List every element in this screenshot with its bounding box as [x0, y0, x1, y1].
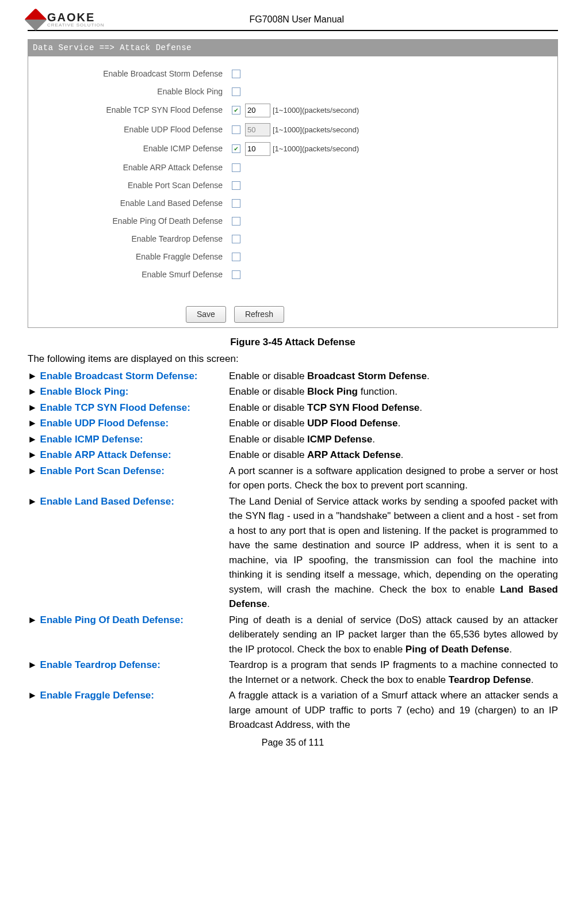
- definition-row: ► Enable Ping Of Death Defense:Ping of d…: [28, 613, 558, 657]
- form-label: Enable Block Ping: [36, 86, 232, 98]
- form-label: Enable ICMP Defense: [36, 143, 232, 155]
- value-input[interactable]: 20: [245, 104, 270, 117]
- checkbox[interactable]: [232, 199, 240, 208]
- checkbox[interactable]: [232, 70, 240, 78]
- form-label: Enable UDP Flood Defense: [36, 124, 232, 136]
- triangle-right-icon: ►: [28, 465, 40, 476]
- triangle-right-icon: ►: [28, 449, 40, 460]
- definition-row: ► Enable Land Based Defense:The Land Den…: [28, 494, 558, 612]
- logo-text-sub: CREATIVE SOLUTION: [47, 23, 105, 28]
- definition-term: ► Enable Block Ping:: [28, 384, 229, 399]
- definition-row: ► Enable ICMP Defense:Enable or disable …: [28, 432, 558, 447]
- definition-row: ► Enable Port Scan Defense:A port scanne…: [28, 464, 558, 493]
- intro-text: The following items are displayed on thi…: [28, 352, 558, 366]
- definition-row: ► Enable ARP Attack Defense:Enable or di…: [28, 448, 558, 463]
- definition-term: ► Enable Ping Of Death Defense:: [28, 613, 229, 657]
- config-screenshot: Data Service ==> Attack Defense Enable B…: [28, 39, 558, 328]
- definition-row: ► Enable Block Ping:Enable or disable Bl…: [28, 384, 558, 399]
- checkbox[interactable]: [232, 253, 240, 261]
- checkbox[interactable]: [232, 217, 240, 226]
- form-label: Enable Smurf Defense: [36, 269, 232, 281]
- checkbox[interactable]: [232, 106, 240, 114]
- checkbox[interactable]: [232, 235, 240, 243]
- form-label: Enable Ping Of Death Defense: [36, 215, 232, 227]
- definition-term: ► Enable Port Scan Defense:: [28, 464, 229, 493]
- definition-term: ► Enable Land Based Defense:: [28, 494, 229, 612]
- range-hint: [1~1000](packets/second): [273, 105, 359, 116]
- definition-desc: Enable or disable ICMP Defense.: [229, 432, 558, 447]
- triangle-right-icon: ►: [28, 386, 40, 397]
- form-label: Enable Fraggle Defense: [36, 251, 232, 263]
- form-label: Enable TCP SYN Flood Defense: [36, 104, 232, 116]
- triangle-right-icon: ►: [28, 690, 40, 701]
- definition-desc: Ping of death is a denial of service (Do…: [229, 613, 558, 657]
- form-row: Enable Fraggle Defense: [36, 251, 549, 263]
- form-row: Enable Broadcast Storm Defense: [36, 68, 549, 80]
- logo-text-main: GAOKE: [47, 12, 105, 23]
- doc-title: FG7008N User Manual: [250, 13, 345, 26]
- refresh-button[interactable]: Refresh: [234, 306, 284, 323]
- form-row: Enable ARP Attack Defense: [36, 162, 549, 174]
- form-row: Enable UDP Flood Defense50[1~1000](packe…: [36, 123, 549, 137]
- definition-term: ► Enable ARP Attack Defense:: [28, 448, 229, 463]
- checkbox[interactable]: [232, 181, 240, 190]
- checkbox[interactable]: [232, 125, 240, 134]
- triangle-right-icon: ►: [28, 659, 40, 670]
- definition-desc: Enable or disable ARP Attack Defense.: [229, 448, 558, 463]
- breadcrumb: Data Service ==> Attack Defense: [28, 40, 557, 56]
- definition-row: ► Enable Teardrop Defense:Teardrop is a …: [28, 658, 558, 687]
- definition-term: ► Enable TCP SYN Flood Defense:: [28, 400, 229, 415]
- definition-desc: Enable or disable Block Ping function.: [229, 384, 558, 399]
- form-row: Enable Block Ping: [36, 86, 549, 98]
- form-label: Enable Broadcast Storm Defense: [36, 68, 232, 80]
- form-row: Enable Teardrop Defense: [36, 233, 549, 245]
- definition-term: ► Enable Teardrop Defense:: [28, 658, 229, 687]
- definition-desc: A port scanner is a software application…: [229, 464, 558, 493]
- checkbox[interactable]: [232, 270, 240, 279]
- form-row: Enable Smurf Defense: [36, 269, 549, 281]
- logo-mark-icon: [24, 8, 47, 31]
- form-label: Enable Land Based Defense: [36, 197, 232, 209]
- form-row: Enable Ping Of Death Defense: [36, 215, 549, 227]
- form-area: Enable Broadcast Storm DefenseEnable Blo…: [28, 56, 557, 299]
- value-input[interactable]: 10: [245, 142, 270, 156]
- page-footer: Page 35 of 111: [28, 736, 558, 750]
- checkbox[interactable]: [232, 144, 240, 153]
- definition-term: ► Enable Broadcast Storm Defense:: [28, 369, 229, 384]
- definition-list: ► Enable Broadcast Storm Defense:Enable …: [28, 369, 558, 732]
- definition-row: ► Enable UDP Flood Defense:Enable or dis…: [28, 416, 558, 431]
- form-label: Enable Teardrop Defense: [36, 233, 232, 245]
- definition-desc: Teardrop is a program that sends IP frag…: [229, 658, 558, 687]
- figure-caption: Figure 3-45 Attack Defense: [28, 335, 558, 350]
- definition-desc: Enable or disable Broadcast Storm Defens…: [229, 369, 558, 384]
- triangle-right-icon: ►: [28, 434, 40, 445]
- form-label: Enable Port Scan Defense: [36, 180, 232, 192]
- form-row: Enable TCP SYN Flood Defense20[1~1000](p…: [36, 104, 549, 117]
- definition-desc: Enable or disable UDP Flood Defense.: [229, 416, 558, 431]
- definition-row: ► Enable Fraggle Defense:A fraggle attac…: [28, 688, 558, 732]
- range-hint: [1~1000](packets/second): [273, 143, 359, 155]
- triangle-right-icon: ►: [28, 496, 40, 507]
- checkbox[interactable]: [232, 87, 240, 96]
- triangle-right-icon: ►: [28, 418, 40, 429]
- triangle-right-icon: ►: [28, 371, 40, 381]
- checkbox[interactable]: [232, 163, 240, 172]
- form-row: Enable Port Scan Defense: [36, 180, 549, 192]
- logo: GAOKE CREATIVE SOLUTION: [28, 12, 105, 28]
- range-hint: [1~1000](packets/second): [273, 124, 359, 136]
- form-label: Enable ARP Attack Defense: [36, 162, 232, 174]
- definition-desc: The Land Denial of Service attack works …: [229, 494, 558, 612]
- definition-term: ► Enable Fraggle Defense:: [28, 688, 229, 732]
- form-row: Enable ICMP Defense10[1~1000](packets/se…: [36, 142, 549, 156]
- triangle-right-icon: ►: [28, 614, 40, 625]
- page-header: GAOKE CREATIVE SOLUTION FG7008N User Man…: [28, 12, 558, 31]
- form-row: Enable Land Based Defense: [36, 197, 549, 209]
- definition-row: ► Enable Broadcast Storm Defense:Enable …: [28, 369, 558, 384]
- definition-desc: Enable or disable TCP SYN Flood Defense.: [229, 400, 558, 415]
- definition-term: ► Enable UDP Flood Defense:: [28, 416, 229, 431]
- value-input: 50: [245, 123, 270, 137]
- definition-term: ► Enable ICMP Defense:: [28, 432, 229, 447]
- definition-row: ► Enable TCP SYN Flood Defense:Enable or…: [28, 400, 558, 415]
- save-button[interactable]: Save: [186, 306, 226, 323]
- triangle-right-icon: ►: [28, 402, 40, 413]
